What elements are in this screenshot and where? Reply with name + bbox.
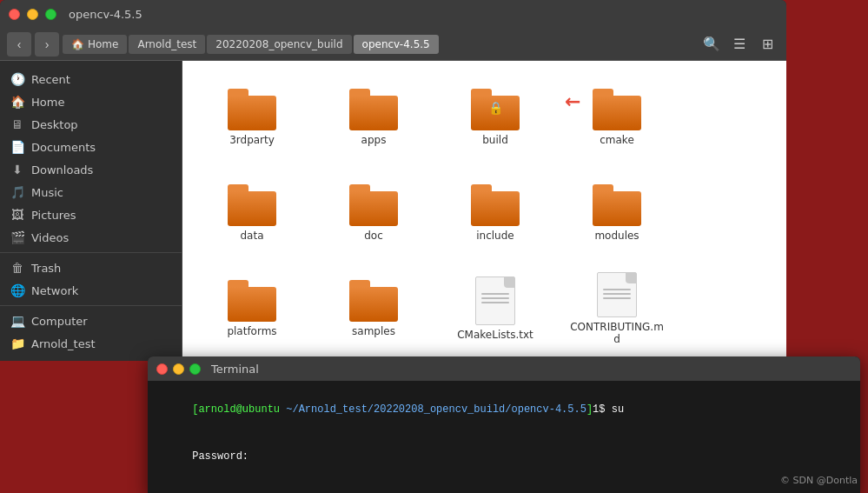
recent-icon: 🕐 bbox=[10, 72, 24, 86]
arrow-indicator: ← bbox=[565, 90, 580, 112]
folder-label: doc bbox=[364, 230, 383, 242]
arnold-icon: 📁 bbox=[10, 336, 24, 350]
terminal-line-1: [arnold@ubuntu ~/Arnold_test/20220208_op… bbox=[155, 386, 853, 433]
pictures-icon: 🖼 bbox=[10, 208, 24, 222]
terminal-max-button[interactable] bbox=[189, 363, 201, 375]
folder-label: apps bbox=[361, 134, 387, 146]
trash-icon: 🗑 bbox=[10, 261, 24, 275]
title-bar: opencv-4.5.5 bbox=[0, 0, 786, 28]
sidebar-label-computer: Computer bbox=[31, 315, 88, 328]
terminal-body[interactable]: [arnold@ubuntu ~/Arnold_test/20220208_op… bbox=[148, 381, 860, 493]
sidebar-label-desktop: Desktop bbox=[31, 118, 78, 131]
toolbar-icons: 🔍 ☰ ⊞ bbox=[699, 32, 779, 57]
sidebar-item-recent[interactable]: 🕐 Recent bbox=[0, 68, 182, 90]
sidebar-item-downloads[interactable]: ⬇ Downloads bbox=[0, 158, 182, 181]
terminal-titlebar: Terminal bbox=[148, 356, 860, 381]
sidebar-label-network: Network bbox=[31, 284, 78, 297]
sidebar-item-videos[interactable]: 🎬 Videos bbox=[0, 226, 182, 249]
forward-button[interactable]: › bbox=[35, 32, 59, 57]
content-area: 🕐 Recent 🏠 Home 🖥 Desktop 📄 Documents ⬇ … bbox=[0, 61, 786, 361]
folder-label: modules bbox=[594, 230, 639, 242]
sidebar-label-documents: Documents bbox=[31, 141, 96, 154]
folder-3rdparty[interactable]: 3rdparty bbox=[195, 74, 308, 161]
terminal-title: Terminal bbox=[211, 363, 259, 376]
music-icon: 🎵 bbox=[10, 185, 24, 199]
folder-label: include bbox=[476, 230, 514, 242]
videos-icon: 🎬 bbox=[10, 230, 24, 244]
list-view-button[interactable]: ☰ bbox=[727, 32, 752, 57]
sidebar-item-home[interactable]: 🏠 Home bbox=[0, 90, 182, 113]
toolbar: ‹ › 🏠Home Arnold_test 20220208_opencv_bu… bbox=[0, 28, 786, 61]
breadcrumb-arnold[interactable]: Arnold_test bbox=[129, 35, 205, 54]
computer-icon: 💻 bbox=[10, 314, 24, 328]
back-button[interactable]: ‹ bbox=[7, 32, 31, 57]
folder-label: data bbox=[240, 230, 263, 242]
close-button[interactable] bbox=[9, 9, 20, 20]
folder-platforms[interactable]: platforms bbox=[195, 265, 308, 352]
sidebar-label-downloads: Downloads bbox=[31, 163, 93, 177]
folder-doc[interactable]: doc bbox=[317, 170, 430, 256]
breadcrumb-opencv[interactable]: opencv-4.5.5 bbox=[354, 35, 439, 54]
breadcrumb: 🏠Home Arnold_test 20220208_opencv_build … bbox=[63, 32, 696, 57]
sidebar-label-recent: Recent bbox=[31, 73, 70, 86]
home-icon: 🏠 bbox=[10, 95, 24, 109]
sidebar-item-arnold-test[interactable]: 📁 Arnold_test bbox=[0, 332, 182, 355]
terminal-window: Terminal [arnold@ubuntu ~/Arnold_test/20… bbox=[148, 356, 860, 493]
folder-samples[interactable]: samples bbox=[317, 265, 430, 352]
downloads-icon: ⬇ bbox=[10, 163, 24, 177]
sidebar-label-arnold: Arnold_test bbox=[31, 337, 96, 350]
watermark: © SDN @Dontla bbox=[780, 475, 858, 486]
sidebar-label-pictures: Pictures bbox=[31, 209, 76, 222]
sidebar-label-nginx: nginx bbox=[31, 360, 63, 362]
file-label: CMakeLists.txt bbox=[457, 329, 533, 341]
window-title: opencv-4.5.5 bbox=[69, 8, 142, 21]
grid-view-button[interactable]: ⊞ bbox=[755, 32, 779, 57]
folder-label: cmake bbox=[600, 134, 634, 146]
folder-label: platforms bbox=[227, 325, 276, 337]
folder-label: 3rdparty bbox=[229, 134, 275, 146]
folder-build[interactable]: build bbox=[439, 74, 552, 161]
sidebar-label-trash: Trash bbox=[31, 262, 61, 275]
sidebar-item-music[interactable]: 🎵 Music bbox=[0, 181, 182, 203]
folder-data[interactable]: data bbox=[195, 170, 308, 256]
file-grid: 3rdparty apps build cmake data doc bbox=[182, 61, 786, 361]
sidebar: 🕐 Recent 🏠 Home 🖥 Desktop 📄 Documents ⬇ … bbox=[0, 61, 182, 361]
sidebar-label-music: Music bbox=[31, 186, 63, 199]
folder-apps[interactable]: apps bbox=[317, 74, 430, 161]
sidebar-divider-1 bbox=[0, 252, 182, 253]
sidebar-item-computer[interactable]: 💻 Computer bbox=[0, 310, 182, 332]
sidebar-item-documents[interactable]: 📄 Documents bbox=[0, 136, 182, 158]
terminal-min-button[interactable] bbox=[173, 363, 184, 375]
file-label: CONTRIBUTING.md bbox=[567, 321, 666, 345]
maximize-button[interactable] bbox=[45, 9, 56, 20]
minimize-button[interactable] bbox=[27, 9, 38, 20]
search-button[interactable]: 🔍 bbox=[699, 32, 724, 57]
network-icon: 🌐 bbox=[10, 283, 24, 297]
folder-cmake[interactable]: cmake bbox=[560, 74, 673, 161]
terminal-close-button[interactable] bbox=[156, 363, 168, 375]
sidebar-item-trash[interactable]: 🗑 Trash bbox=[0, 256, 182, 279]
desktop-icon: 🖥 bbox=[10, 117, 24, 131]
sidebar-item-pictures[interactable]: 🖼 Pictures bbox=[0, 203, 182, 226]
sidebar-divider-2 bbox=[0, 305, 182, 306]
sidebar-label-videos: Videos bbox=[31, 231, 69, 244]
folder-modules[interactable]: modules bbox=[560, 170, 673, 256]
file-manager-window: opencv-4.5.5 ‹ › 🏠Home Arnold_test 20220… bbox=[0, 0, 786, 361]
folder-label: samples bbox=[352, 325, 395, 337]
terminal-line-2: Password: bbox=[155, 433, 853, 480]
file-contributing[interactable]: CONTRIBUTING.md bbox=[560, 265, 673, 352]
documents-icon: 📄 bbox=[10, 140, 24, 154]
breadcrumb-opencv-build[interactable]: 20220208_opencv_build bbox=[207, 35, 351, 54]
sidebar-item-desktop[interactable]: 🖥 Desktop bbox=[0, 113, 182, 136]
folder-include[interactable]: include bbox=[439, 170, 552, 256]
folder-label: build bbox=[482, 134, 508, 146]
sidebar-label-home: Home bbox=[31, 96, 64, 109]
file-cmakelists[interactable]: CMakeLists.txt bbox=[439, 265, 552, 352]
terminal-line-3: [root@ubuntu /home/arnold/Arnold_test/20… bbox=[155, 480, 853, 493]
nginx-icon: 📁 bbox=[10, 359, 24, 361]
breadcrumb-home[interactable]: 🏠Home bbox=[63, 35, 127, 54]
sidebar-item-network[interactable]: 🌐 Network bbox=[0, 279, 182, 302]
